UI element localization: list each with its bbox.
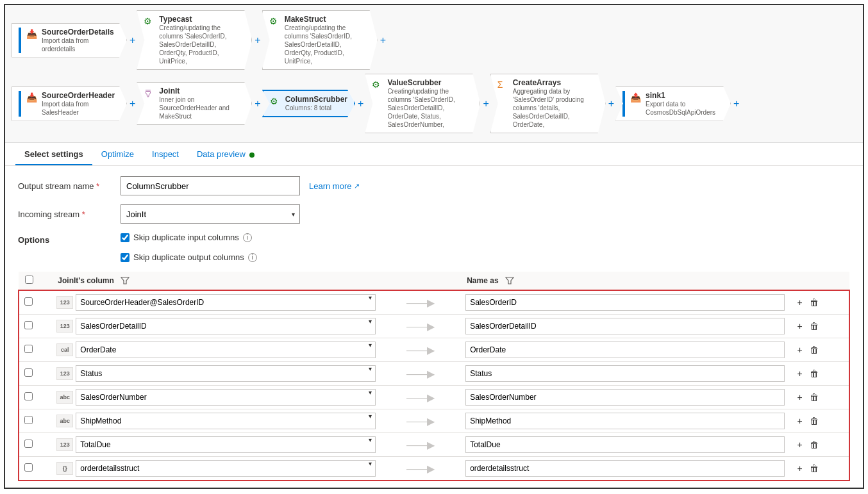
node-desc: Aggregating data by 'SalesOrderID' produ… [513,87,599,129]
pipeline-node-SourceOrderHeader[interactable]: 📥 SourceOrderHeader Import data from Sal… [12,86,127,121]
pipeline-node-ColumnScrubber[interactable]: ⚙ ColumnScrubber Columns: 8 total [262,90,355,117]
pipeline-node-SourceOrderDetails[interactable]: 📥 SourceOrderDetails Import data from or… [12,23,127,58]
pipeline-add-1-4[interactable]: + [606,98,617,110]
type-badge: {} [56,462,73,475]
incoming-stream-label-text: Incoming stream [18,210,79,219]
skip-duplicate-input-info-icon[interactable]: i [243,233,252,242]
source-column-select[interactable]: SourceOrderHeader@SalesOrderID [76,294,375,311]
target-column-input[interactable] [465,460,784,477]
row-delete-button[interactable]: 🗑 [807,462,821,475]
settings-panel: Select settingsOptimizeInspectData previ… [5,143,863,488]
source-column-select[interactable]: OrderDate [76,342,375,358]
select-all-checkbox[interactable] [25,276,33,284]
aggregate-icon: Σ [497,79,510,92]
source-filter-icon[interactable] [121,276,129,285]
pipeline-add-1-2[interactable]: + [355,98,366,110]
row-delete-button[interactable]: 🗑 [807,296,821,309]
source-column-select[interactable]: SalesOrderNumber [76,389,375,406]
source-column-select[interactable]: SalesOrderDetailID [76,318,375,334]
pipeline-add-0-0[interactable]: + [127,35,138,46]
pipeline-node-ValueScrubber[interactable]: ⚙ ValueScrubber Creating/updating the co… [365,74,480,133]
pipeline-add-1-1[interactable]: + [252,98,263,110]
row-checkbox[interactable] [24,440,33,448]
tab-select-settings[interactable]: Select settings [15,143,92,165]
node-title: ValueScrubber [387,78,473,87]
output-stream-name-input[interactable] [121,176,300,195]
row-delete-button[interactable]: 🗑 [807,415,821,427]
skip-duplicate-output-info-icon[interactable]: i [248,253,257,262]
row-checkbox[interactable] [24,345,33,353]
row-checkbox[interactable] [24,416,33,424]
row-add-button[interactable]: + [795,438,805,451]
target-column-input[interactable] [465,413,784,429]
tab-data-preview[interactable]: Data preview [188,143,263,165]
node-text: CreateArrays Aggregating data by 'SalesO… [513,78,599,129]
pipeline-add-0-1[interactable]: + [252,35,263,46]
row-delete-button[interactable]: 🗑 [807,391,821,404]
target-column-input[interactable] [465,365,784,382]
row-checkbox[interactable] [24,321,33,329]
row-add-button[interactable]: + [795,391,805,404]
row-actions-cell: + 🗑 [790,433,849,457]
source-column-select[interactable]: ShipMethod [76,413,375,429]
incoming-stream-select[interactable]: JoinIt [121,204,300,224]
pipeline-node-MakeStruct[interactable]: ⚙ MakeStruct Creating/updating the colum… [262,10,378,70]
col-target-header-text: Name as [467,276,498,285]
mapping-arrow-icon: ——▶ [386,368,455,380]
pipeline-add-1-3[interactable]: + [480,98,491,110]
row-arrow-cell: ——▶ [381,362,460,386]
pipeline-row-1: 📥 SourceOrderHeader Import data from Sal… [12,74,856,133]
source-column-select[interactable]: orderdetailsstruct [76,460,375,477]
node-text: JoinIt Inner join on SourceOrderHeader a… [159,86,245,120]
node-text: SourceOrderDetails Import data from orde… [42,28,120,53]
col-header-checkbox [19,272,51,290]
row-add-button[interactable]: + [795,296,805,309]
data-preview-dot [249,152,255,158]
target-column-input[interactable] [465,436,784,453]
source-column-select[interactable]: TotalDue [76,436,375,453]
row-add-button[interactable]: + [795,415,805,427]
row-checkbox-cell [19,338,51,362]
tab-inspect[interactable]: Inspect [143,143,188,165]
node-inner: ⚙ ValueScrubber Creating/updating the co… [372,78,473,129]
skip-duplicate-input-checkbox[interactable] [121,233,129,242]
pipeline-add-end-1[interactable]: + [731,98,742,110]
pipeline-node-sink1[interactable]: 📤 sink1 Export data to CosmosDbSqlApiOrd… [615,86,731,121]
source-column-select[interactable]: Status [76,365,375,382]
row-target-cell [460,362,789,386]
learn-more-link[interactable]: Learn more ↗ [309,181,360,191]
target-filter-icon[interactable] [505,276,514,285]
pipeline-add-end-0[interactable]: + [378,35,388,46]
target-column-input[interactable] [465,294,784,311]
row-delete-button[interactable]: 🗑 [807,320,821,333]
node-left-bar [19,28,21,53]
row-checkbox[interactable] [24,463,33,472]
row-checkbox[interactable] [24,392,33,400]
row-add-button[interactable]: + [795,343,805,356]
pipeline-add-1-0[interactable]: + [127,98,138,110]
row-delete-button[interactable]: 🗑 [807,438,821,451]
target-column-input[interactable] [465,318,784,334]
pipeline-node-CreateArrays[interactable]: Σ CreateArrays Aggregating data by 'Sale… [490,74,606,133]
table-row: 123 SourceOrderHeader@SalesOrderID ▾ ——▶… [19,290,849,315]
target-column-input[interactable] [465,342,784,358]
tab-optimize[interactable]: Optimize [92,143,143,165]
skip-duplicate-output-checkbox[interactable] [121,253,129,262]
row-checkbox-cell [19,433,51,457]
row-checkbox[interactable] [24,297,33,306]
row-delete-button[interactable]: 🗑 [807,367,821,380]
source-icon: 📥 [26,92,39,105]
row-add-button[interactable]: + [795,320,805,333]
node-title: JoinIt [159,86,245,95]
row-delete-button[interactable]: 🗑 [807,343,821,356]
incoming-stream-row: Incoming stream * JoinIt ▾ [18,204,850,224]
row-checkbox[interactable] [24,368,33,377]
mapping-arrow-icon: ——▶ [386,391,455,404]
source-select-container: SourceOrderHeader@SalesOrderID ▾ [76,294,375,311]
row-add-button[interactable]: + [795,367,805,380]
target-column-input[interactable] [465,389,784,406]
pipeline-node-JoinIt[interactable]: ⩢ JoinIt Inner join on SourceOrderHeader… [137,82,252,125]
row-add-button[interactable]: + [795,462,805,475]
source-select-container: SalesOrderDetailID ▾ [76,318,375,334]
pipeline-node-Typecast[interactable]: ⚙ Typecast Creating/updating the columns… [137,10,252,70]
